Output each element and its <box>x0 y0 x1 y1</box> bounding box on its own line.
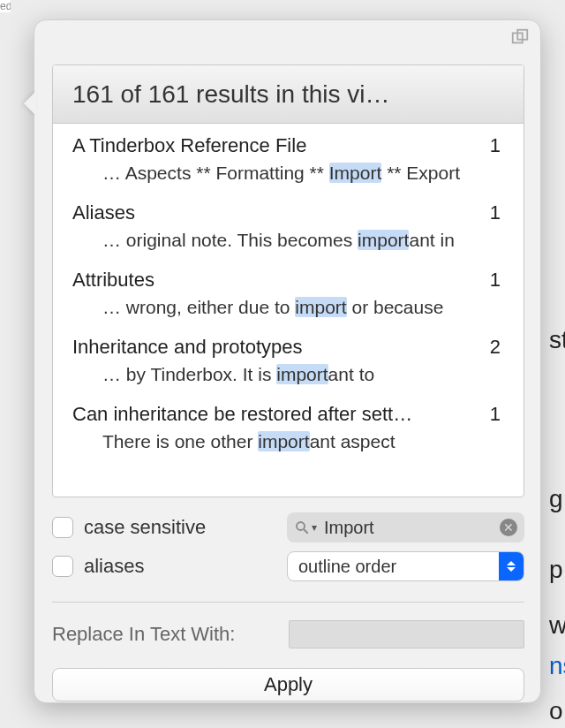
result-count: 1 <box>490 269 504 292</box>
popover-arrow <box>24 91 36 116</box>
result-item[interactable]: Aliases 1 … original note. This becomes … <box>72 201 504 251</box>
result-title: Aliases <box>72 201 135 224</box>
replace-label: Replace In Text With: <box>52 623 289 646</box>
results-header: 161 of 161 results in this vi… <box>53 65 524 124</box>
result-item[interactable]: Inheritance and prototypes 2 … by Tinder… <box>72 336 504 385</box>
chevron-down-icon[interactable]: ▾ <box>312 521 317 534</box>
result-title: Attributes <box>72 269 154 292</box>
aliases-label: aliases <box>84 555 287 578</box>
result-title: A Tinderbox Reference File <box>72 134 306 157</box>
search-value: Import <box>324 518 500 538</box>
result-item[interactable]: Attributes 1 … wrong, either due to impo… <box>72 269 504 318</box>
search-icon <box>294 519 310 535</box>
clear-search-icon[interactable]: ✕ <box>500 519 517 536</box>
sort-value: outline order <box>298 557 499 577</box>
result-title: Inheritance and prototypes <box>72 336 303 359</box>
results-count-title: 161 of 161 results in this vi… <box>72 80 390 109</box>
apply-button[interactable]: Apply <box>52 668 524 701</box>
match-highlight: import <box>276 364 328 384</box>
case-sensitive-label: case sensitive <box>84 516 287 539</box>
results-panel: 161 of 161 results in this vi… A Tinderb… <box>52 64 524 497</box>
expand-icon[interactable] <box>510 27 530 47</box>
replace-input[interactable] <box>289 620 524 648</box>
controls: case sensitive ▾ Import ✕ aliases outlin… <box>52 508 524 701</box>
aliases-checkbox[interactable] <box>52 556 73 577</box>
divider <box>52 602 524 603</box>
result-item[interactable]: A Tinderbox Reference File 1 … Aspects *… <box>72 134 504 184</box>
case-sensitive-checkbox[interactable] <box>52 517 73 538</box>
bg-fragment: st g p w ns o t <box>549 309 565 728</box>
match-highlight: Import <box>329 163 382 183</box>
result-count: 1 <box>490 403 504 426</box>
result-count: 2 <box>490 336 504 359</box>
result-snippet: … wrong, either due to import or because <box>72 297 504 318</box>
result-item[interactable]: Can inheritance be restored after sett… … <box>72 403 504 452</box>
svg-line-3 <box>304 529 308 534</box>
sort-select[interactable]: outline order <box>287 551 524 581</box>
select-stepper-icon[interactable] <box>499 551 524 581</box>
result-title: Can inheritance be restored after sett… <box>72 403 412 426</box>
svg-point-2 <box>297 522 305 530</box>
match-highlight: import <box>358 230 409 250</box>
find-popover: 161 of 161 results in this vi… A Tinderb… <box>34 19 541 703</box>
match-highlight: import <box>295 297 346 317</box>
result-snippet: … Aspects ** Formatting ** Import ** Exp… <box>72 163 504 184</box>
results-list[interactable]: A Tinderbox Reference File 1 … Aspects *… <box>53 124 524 461</box>
result-count: 1 <box>490 201 504 224</box>
bg-fragment: ed <box>0 0 11 12</box>
result-snippet: There is one other important aspect <box>72 431 504 452</box>
result-snippet: … original note. This becomes important … <box>72 230 504 251</box>
result-count: 1 <box>490 134 504 157</box>
search-input[interactable]: ▾ Import ✕ <box>287 512 524 542</box>
result-snippet: … by Tinderbox. It is important to <box>72 364 504 385</box>
match-highlight: import <box>258 431 309 451</box>
